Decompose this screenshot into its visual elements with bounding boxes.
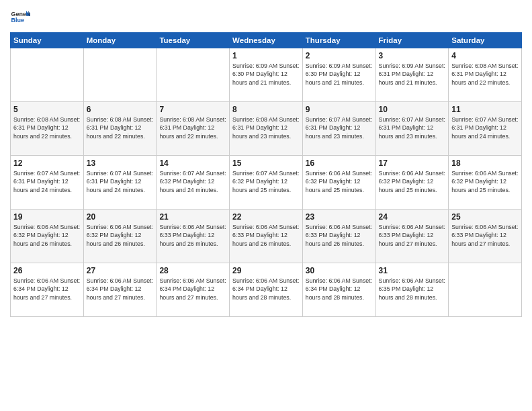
cell-content: Sunrise: 6:07 AM Sunset: 6:32 PM Dayligh… (232, 169, 300, 194)
cell-content: Sunrise: 6:06 AM Sunset: 6:34 PM Dayligh… (159, 277, 226, 302)
cell-content: Sunrise: 6:07 AM Sunset: 6:31 PM Dayligh… (87, 169, 154, 194)
day-number: 31 (379, 266, 446, 275)
day-number: 18 (451, 158, 519, 168)
col-wednesday: Wednesday (230, 33, 303, 48)
week-row-2: 5Sunrise: 6:08 AM Sunset: 6:31 PM Daylig… (11, 102, 522, 156)
cell-content: Sunrise: 6:06 AM Sunset: 6:32 PM Dayligh… (379, 169, 446, 194)
calendar-cell: 5Sunrise: 6:08 AM Sunset: 6:31 PM Daylig… (11, 102, 84, 156)
calendar-cell: 1Sunrise: 6:09 AM Sunset: 6:30 PM Daylig… (230, 48, 303, 102)
calendar-cell: 29Sunrise: 6:06 AM Sunset: 6:34 PM Dayli… (230, 263, 303, 317)
day-number: 19 (13, 212, 81, 222)
day-number: 3 (379, 51, 446, 60)
calendar-cell: 26Sunrise: 6:06 AM Sunset: 6:34 PM Dayli… (11, 263, 84, 317)
calendar-cell: 9Sunrise: 6:07 AM Sunset: 6:31 PM Daylig… (302, 102, 375, 156)
cell-content: Sunrise: 6:08 AM Sunset: 6:31 PM Dayligh… (87, 116, 154, 140)
logo: General Blue (10, 7, 30, 27)
day-number: 23 (306, 212, 373, 222)
week-row-4: 19Sunrise: 6:06 AM Sunset: 6:32 PM Dayli… (11, 210, 522, 263)
day-number: 22 (232, 212, 300, 222)
calendar-cell: 15Sunrise: 6:07 AM Sunset: 6:32 PM Dayli… (230, 156, 303, 210)
day-number: 7 (159, 105, 226, 114)
page-header: General Blue (10, 7, 522, 27)
cell-content: Sunrise: 6:06 AM Sunset: 6:34 PM Dayligh… (232, 277, 300, 302)
day-number: 24 (379, 212, 446, 222)
day-number: 10 (379, 105, 446, 114)
calendar-cell (11, 48, 84, 102)
calendar-cell: 30Sunrise: 6:06 AM Sunset: 6:34 PM Dayli… (302, 263, 375, 317)
day-number: 5 (13, 105, 81, 114)
cell-content: Sunrise: 6:07 AM Sunset: 6:31 PM Dayligh… (306, 116, 373, 140)
day-number: 16 (306, 158, 373, 168)
cell-content: Sunrise: 6:07 AM Sunset: 6:32 PM Dayligh… (159, 169, 226, 194)
calendar-cell: 23Sunrise: 6:06 AM Sunset: 6:33 PM Dayli… (302, 210, 375, 263)
calendar-page: General Blue Sunday Monday Tuesday Wedne… (0, 0, 532, 411)
day-number: 20 (87, 212, 154, 222)
cell-content: Sunrise: 6:07 AM Sunset: 6:31 PM Dayligh… (13, 169, 81, 194)
cell-content: Sunrise: 6:06 AM Sunset: 6:34 PM Dayligh… (13, 277, 81, 302)
svg-text:Blue: Blue (11, 17, 25, 24)
cell-content: Sunrise: 6:09 AM Sunset: 6:31 PM Dayligh… (379, 62, 446, 87)
day-number: 9 (306, 105, 373, 114)
day-number: 2 (306, 51, 373, 60)
calendar-cell (83, 48, 157, 102)
calendar-cell: 31Sunrise: 6:06 AM Sunset: 6:35 PM Dayli… (375, 263, 449, 317)
cell-content: Sunrise: 6:09 AM Sunset: 6:30 PM Dayligh… (306, 62, 373, 87)
calendar-cell: 11Sunrise: 6:07 AM Sunset: 6:31 PM Dayli… (449, 102, 522, 156)
cell-content: Sunrise: 6:07 AM Sunset: 6:31 PM Dayligh… (451, 116, 519, 140)
day-number: 17 (379, 158, 446, 168)
calendar-cell: 22Sunrise: 6:06 AM Sunset: 6:33 PM Dayli… (230, 210, 303, 263)
cell-content: Sunrise: 6:06 AM Sunset: 6:35 PM Dayligh… (379, 277, 446, 302)
calendar-cell: 13Sunrise: 6:07 AM Sunset: 6:31 PM Dayli… (83, 156, 157, 210)
week-row-5: 26Sunrise: 6:06 AM Sunset: 6:34 PM Dayli… (11, 263, 522, 317)
day-number: 28 (159, 266, 226, 275)
cell-content: Sunrise: 6:06 AM Sunset: 6:32 PM Dayligh… (87, 223, 154, 248)
calendar-cell: 24Sunrise: 6:06 AM Sunset: 6:33 PM Dayli… (375, 210, 449, 263)
cell-content: Sunrise: 6:06 AM Sunset: 6:32 PM Dayligh… (306, 169, 373, 194)
col-thursday: Thursday (302, 33, 375, 48)
calendar-cell: 25Sunrise: 6:06 AM Sunset: 6:33 PM Dayli… (449, 210, 522, 263)
cell-content: Sunrise: 6:08 AM Sunset: 6:31 PM Dayligh… (159, 116, 226, 140)
calendar-cell: 7Sunrise: 6:08 AM Sunset: 6:31 PM Daylig… (157, 102, 230, 156)
cell-content: Sunrise: 6:06 AM Sunset: 6:33 PM Dayligh… (451, 223, 519, 248)
calendar-cell: 8Sunrise: 6:08 AM Sunset: 6:31 PM Daylig… (230, 102, 303, 156)
calendar-cell: 4Sunrise: 6:08 AM Sunset: 6:31 PM Daylig… (449, 48, 522, 102)
day-number: 26 (13, 266, 81, 275)
calendar-cell: 12Sunrise: 6:07 AM Sunset: 6:31 PM Dayli… (11, 156, 84, 210)
day-number: 13 (87, 158, 154, 168)
calendar-cell (157, 48, 230, 102)
cell-content: Sunrise: 6:08 AM Sunset: 6:31 PM Dayligh… (13, 116, 81, 140)
cell-content: Sunrise: 6:06 AM Sunset: 6:33 PM Dayligh… (232, 223, 300, 248)
cell-content: Sunrise: 6:06 AM Sunset: 6:33 PM Dayligh… (306, 223, 373, 248)
day-number: 6 (87, 105, 154, 114)
day-number: 27 (87, 266, 154, 275)
cell-content: Sunrise: 6:08 AM Sunset: 6:31 PM Dayligh… (451, 62, 519, 87)
cell-content: Sunrise: 6:06 AM Sunset: 6:34 PM Dayligh… (87, 277, 154, 302)
day-number: 8 (232, 105, 300, 114)
calendar-cell: 16Sunrise: 6:06 AM Sunset: 6:32 PM Dayli… (302, 156, 375, 210)
calendar-cell: 19Sunrise: 6:06 AM Sunset: 6:32 PM Dayli… (11, 210, 84, 263)
week-row-1: 1Sunrise: 6:09 AM Sunset: 6:30 PM Daylig… (11, 48, 522, 102)
day-number: 30 (306, 266, 373, 275)
cell-content: Sunrise: 6:09 AM Sunset: 6:30 PM Dayligh… (232, 62, 300, 87)
calendar-cell: 14Sunrise: 6:07 AM Sunset: 6:32 PM Dayli… (157, 156, 230, 210)
calendar-cell (449, 263, 522, 317)
calendar-cell: 28Sunrise: 6:06 AM Sunset: 6:34 PM Dayli… (157, 263, 230, 317)
cell-content: Sunrise: 6:07 AM Sunset: 6:31 PM Dayligh… (379, 116, 446, 140)
calendar-cell: 6Sunrise: 6:08 AM Sunset: 6:31 PM Daylig… (83, 102, 157, 156)
col-saturday: Saturday (449, 33, 522, 48)
calendar-cell: 3Sunrise: 6:09 AM Sunset: 6:31 PM Daylig… (375, 48, 449, 102)
day-number: 25 (451, 212, 519, 222)
calendar-cell: 10Sunrise: 6:07 AM Sunset: 6:31 PM Dayli… (375, 102, 449, 156)
day-number: 4 (451, 51, 519, 60)
cell-content: Sunrise: 6:06 AM Sunset: 6:32 PM Dayligh… (13, 223, 81, 248)
cell-content: Sunrise: 6:08 AM Sunset: 6:31 PM Dayligh… (232, 116, 300, 140)
day-number: 15 (232, 158, 300, 168)
week-row-3: 12Sunrise: 6:07 AM Sunset: 6:31 PM Dayli… (11, 156, 522, 210)
col-friday: Friday (375, 33, 449, 48)
calendar-cell: 2Sunrise: 6:09 AM Sunset: 6:30 PM Daylig… (302, 48, 375, 102)
day-number: 21 (159, 212, 226, 222)
calendar-cell: 27Sunrise: 6:06 AM Sunset: 6:34 PM Dayli… (83, 263, 157, 317)
cell-content: Sunrise: 6:06 AM Sunset: 6:33 PM Dayligh… (159, 223, 226, 248)
header-row: Sunday Monday Tuesday Wednesday Thursday… (11, 33, 522, 48)
calendar-cell: 18Sunrise: 6:06 AM Sunset: 6:32 PM Dayli… (449, 156, 522, 210)
